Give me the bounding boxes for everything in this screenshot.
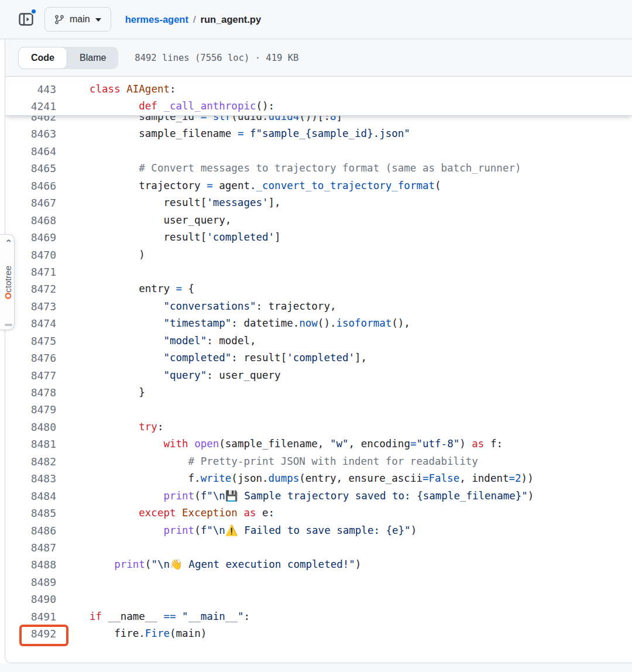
line-number[interactable]: 8482 (5, 453, 56, 470)
file-tree-toggle-button[interactable] (18, 11, 35, 28)
line-number[interactable]: 8485 (5, 505, 56, 522)
code-row: 8482 # Pretty-print JSON with indent for… (5, 453, 632, 470)
code-row: 8483 f.write(json.dumps(entry, ensure_as… (5, 470, 632, 487)
line-number[interactable]: 443 (5, 81, 56, 98)
code-row: 8463 sample_filename = f"sample_{sample_… (5, 125, 632, 142)
code-row: 8475 "model": model, (5, 332, 632, 349)
code-row: 8484 print(f"\n💾 Sample trajectory saved… (5, 488, 632, 505)
code-row: 8465 # Convert messages to trajectory fo… (5, 160, 632, 177)
code-row: 8480 try: (5, 419, 632, 436)
code-line: "completed": result['completed'], (56, 349, 367, 366)
line-number[interactable]: 8488 (5, 556, 56, 573)
code-line (56, 143, 90, 160)
notification-dot (30, 8, 37, 15)
line-number[interactable]: 8484 (5, 488, 56, 505)
code-row: 8471 (5, 263, 632, 280)
code-row: 8492 fire.Fire(main) (5, 625, 632, 642)
line-number[interactable]: 8479 (5, 401, 56, 418)
breadcrumb-repo-link[interactable]: hermes-agent (125, 14, 188, 25)
code-row: 8467 result['messages'], (5, 194, 632, 211)
code-row: 4241 def _call_anthropic(): (5, 98, 632, 115)
tab-blame[interactable]: Blame (67, 47, 118, 69)
git-branch-icon (54, 15, 64, 25)
line-number[interactable]: 8489 (5, 574, 56, 591)
code-line: print(f"\n💾 Sample trajectory saved to: … (56, 488, 534, 505)
code-line: try: (56, 419, 163, 436)
code-line: "model": model, (56, 332, 256, 349)
code-lines: 8462 sample_id = str(uuid.uuid4())[:8]84… (5, 77, 632, 643)
line-number[interactable]: 8463 (5, 125, 56, 142)
code-line: result['messages'], (56, 194, 281, 211)
page-bottom-margin (0, 663, 632, 672)
code-line (56, 263, 90, 280)
code-line (56, 574, 90, 591)
code-line (56, 591, 90, 608)
code-row: 8476 "completed": result['completed'], (5, 349, 632, 366)
code-row: 8479 (5, 401, 632, 418)
line-number[interactable]: 8483 (5, 470, 56, 487)
code-line: with open(sample_filename, "w", encoding… (56, 436, 503, 452)
code-row: 8472 entry = { (5, 280, 632, 297)
file-header: Code Blame 8492 lines (7556 loc) · 419 K… (5, 39, 632, 77)
branch-name-label: main (70, 14, 90, 25)
code-row: 8487 (5, 539, 632, 556)
code-line: "query": user_query (56, 367, 281, 384)
code-row: 8469 result['completed'] (5, 229, 632, 246)
code-row: 8470 ) (5, 246, 632, 263)
drag-handle-icon: ∥ (3, 323, 12, 327)
chevron-down-icon (95, 18, 101, 22)
code-line: def _call_anthropic(): (56, 98, 274, 115)
octotree-tab[interactable]: ∥ Octotree › (0, 234, 15, 330)
line-number[interactable]: 4241 (5, 98, 56, 115)
code-row: 8490 (5, 591, 632, 608)
line-number[interactable]: 8491 (5, 608, 56, 625)
line-number[interactable]: 8476 (5, 349, 56, 366)
sticky-scope-lines: 443class AIAgent:4241 def _call_anthropi… (5, 81, 632, 116)
code-row: 8473 "conversations": trajectory, (5, 298, 632, 315)
code-row: 8486 print(f"\n⚠️ Failed to save sample:… (5, 522, 632, 539)
line-number[interactable]: 8475 (5, 332, 56, 349)
file-toolbar: main hermes-agent / run_agent.py (0, 0, 632, 39)
code-line: "timestamp": datetime.now().isoformat(), (56, 315, 410, 332)
line-number[interactable]: 8477 (5, 367, 56, 384)
octotree-label-first-letter: O (2, 292, 12, 299)
line-number[interactable]: 8486 (5, 522, 56, 539)
line-number[interactable]: 8481 (5, 436, 56, 452)
line-number[interactable]: 8490 (5, 591, 56, 608)
code-line: ) (56, 246, 145, 263)
branch-selector-button[interactable]: main (44, 7, 111, 32)
code-line (56, 539, 90, 556)
breadcrumb-separator: / (193, 14, 196, 25)
code-row: 8478 } (5, 384, 632, 401)
line-number[interactable]: 8480 (5, 419, 56, 436)
line-number[interactable]: 8487 (5, 539, 56, 556)
code-line: result['completed'] (56, 229, 281, 246)
line-number[interactable]: 8465 (5, 160, 56, 177)
code-row: 8481 with open(sample_filename, "w", enc… (5, 436, 632, 452)
line-number[interactable]: 8468 (5, 212, 56, 229)
code-line: print(f"\n⚠️ Failed to save sample: {e}"… (56, 522, 417, 539)
file-content-panel: Code Blame 8492 lines (7556 loc) · 419 K… (5, 39, 632, 663)
code-line: except Exception as e: (56, 505, 274, 522)
code-row: 8468 user_query, (5, 212, 632, 229)
file-stats: 8492 lines (7556 loc) · 419 KB (135, 53, 298, 63)
code-row: 8485 except Exception as e: (5, 505, 632, 522)
line-number[interactable]: 8466 (5, 177, 56, 194)
code-row: 8466 trajectory = agent._convert_to_traj… (5, 177, 632, 194)
code-row: 8488 print("\n👋 Agent execution complete… (5, 556, 632, 573)
octotree-label: Octotree (2, 265, 12, 299)
code-row: 8489 (5, 574, 632, 591)
line-number[interactable]: 8478 (5, 384, 56, 401)
code-line: f.write(json.dumps(entry, ensure_ascii=F… (56, 470, 534, 487)
code-blame-toggle: Code Blame (18, 47, 118, 69)
code-row: 8477 "query": user_query (5, 367, 632, 384)
code-row: 8491if __name__ == "__main__": (5, 608, 632, 625)
line-number[interactable]: 8492 (5, 625, 56, 642)
octotree-label-rest: ctotree (2, 265, 12, 292)
line-number[interactable]: 8467 (5, 194, 56, 211)
line-number[interactable]: 8464 (5, 143, 56, 160)
code-line: # Pretty-print JSON with indent for read… (56, 453, 478, 470)
tab-code[interactable]: Code (18, 47, 67, 69)
code-row: 8464 (5, 143, 632, 160)
code-line: "conversations": trajectory, (56, 298, 336, 315)
